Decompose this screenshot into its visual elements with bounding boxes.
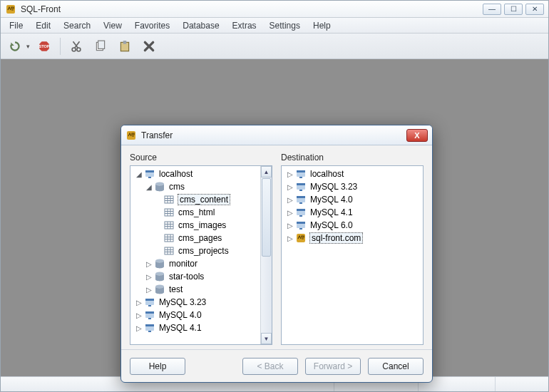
source-label: Source [130,153,272,163]
host-icon [295,220,307,231]
menu-settings[interactable]: Settings [264,19,306,32]
stop-button[interactable] [34,37,54,56]
main-window: SQL-Front ― ☐ ✕ File Edit Search View Fa… [0,0,549,392]
back-button[interactable]: < Back [242,358,298,375]
paste-icon [118,40,131,53]
host-icon [144,309,155,321]
table-icon [163,245,175,257]
dialog-icon [125,130,137,141]
copy-button[interactable] [91,37,111,56]
app-title: SQL-Front [21,4,483,14]
close-button[interactable]: ✕ [525,4,544,15]
menu-database[interactable]: Database [177,19,225,32]
source-tree[interactable]: ◢ localhost ◢ cms [130,166,260,344]
delete-icon [143,40,155,53]
menu-search[interactable]: Search [58,19,96,32]
database-icon [154,181,165,192]
tree-node-star-tools[interactable]: ▷ star-tools [130,270,260,283]
source-scrollbar[interactable]: ▲ ▼ [260,166,272,344]
destination-panel: Destination ▷ localhost ▷ MySQL 3 [281,153,424,345]
scroll-up-button[interactable]: ▲ [261,166,272,177]
tree-node-cms-content[interactable]: cms_content [130,193,260,206]
tree-node-test[interactable]: ▷ test [130,283,260,296]
tree-node-cms-pages[interactable]: cms_pages [130,232,260,244]
destination-tree-container: ▷ localhost ▷ MySQL 3.23 ▷ [281,165,424,345]
tree-node-mysql41[interactable]: ▷ MySQL 4.1 [130,321,260,334]
stop-icon [38,40,51,53]
dest-node-mysql60[interactable]: ▷ MySQL 6.0 [282,219,423,232]
maximize-button[interactable]: ☐ [504,4,523,15]
dialog-titlebar: Transfer X [121,125,432,145]
dest-node-localhost[interactable]: ▷ localhost [282,167,423,180]
dialog-body: Source ◢ localhost ◢ cms [121,145,432,349]
minimize-button[interactable]: ― [483,4,501,15]
host-icon [295,168,307,180]
tree-node-cms-html[interactable]: cms_html [130,206,260,219]
dest-node-sqlfront[interactable]: ▷ sql-front.com [282,232,423,244]
dest-node-mysql40[interactable]: ▷ MySQL 4.0 [282,193,423,206]
toolbar: ▾ [1,33,548,59]
source-tree-container: ◢ localhost ◢ cms [130,165,272,345]
tree-node-monitor[interactable]: ▷ monitor [130,257,260,270]
source-panel: Source ◢ localhost ◢ cms [130,153,272,345]
host-icon [144,322,155,334]
menu-view[interactable]: View [98,19,128,32]
database-icon [154,258,165,269]
dialog-button-row: Help < Back Forward > Cancel [121,349,432,382]
menu-file[interactable]: File [4,19,29,32]
client-area: Transfer X Source ◢ localhost [1,59,548,377]
tree-node-cms-images[interactable]: cms_images [130,219,260,232]
host-icon [295,194,307,205]
menu-help[interactable]: Help [307,19,337,32]
tree-node-mysql40[interactable]: ▷ MySQL 4.0 [130,309,260,321]
host-icon [144,168,155,180]
table-icon [163,194,175,205]
menu-favorites[interactable]: Favorites [129,19,175,32]
cut-button[interactable] [66,37,86,56]
dest-node-mysql41[interactable]: ▷ MySQL 4.1 [282,206,423,219]
menubar: File Edit Search View Favorites Database… [1,18,548,33]
cut-icon [70,40,83,53]
toolbar-separator [60,38,61,55]
tree-node-cms[interactable]: ◢ cms [130,180,260,193]
destination-label: Destination [281,153,424,163]
tree-node-cms-projects[interactable]: cms_projects [130,244,260,257]
table-icon [163,207,175,218]
status-segment [424,377,496,391]
host-icon [295,207,307,218]
scroll-thumb[interactable] [262,178,271,257]
tree-node-mysql323[interactable]: ▷ MySQL 3.23 [130,296,260,309]
cancel-button[interactable]: Cancel [368,358,424,375]
host-icon [144,296,155,308]
menu-edit[interactable]: Edit [30,19,56,32]
dest-node-mysql323[interactable]: ▷ MySQL 3.23 [282,180,423,193]
sql-icon [295,232,307,244]
table-icon [163,232,175,244]
database-icon [154,271,165,282]
paste-button[interactable] [115,37,135,56]
table-icon [163,220,175,231]
refresh-button[interactable] [5,37,25,56]
scroll-down-button[interactable]: ▼ [261,333,272,344]
app-icon [5,4,16,15]
forward-button[interactable]: Forward > [305,358,361,375]
transfer-dialog: Transfer X Source ◢ localhost [120,125,433,383]
database-icon [154,284,165,295]
help-button[interactable]: Help [130,358,185,375]
copy-icon [94,40,107,53]
refresh-dropdown-caret[interactable]: ▾ [26,43,30,50]
host-icon [295,181,307,192]
destination-tree[interactable]: ▷ localhost ▷ MySQL 3.23 ▷ [282,166,423,344]
dialog-close-button[interactable]: X [406,129,428,142]
titlebar: SQL-Front ― ☐ ✕ [1,1,548,18]
tree-node-localhost[interactable]: ◢ localhost [130,167,260,180]
delete-button[interactable] [139,37,159,56]
refresh-icon [9,40,21,53]
dialog-title: Transfer [141,130,406,140]
status-segment [501,377,544,391]
menu-extras[interactable]: Extras [227,19,262,32]
